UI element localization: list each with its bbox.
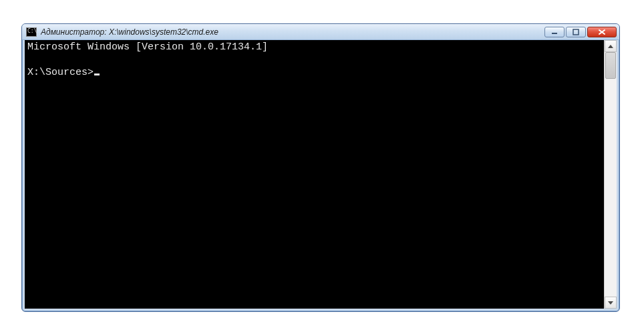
vertical-scrollbar[interactable] [604, 40, 617, 309]
svg-rect-1 [573, 29, 579, 35]
close-icon [598, 29, 606, 35]
cmd-window: Администратор: X:\windows\system32\cmd.e… [21, 23, 620, 312]
scroll-up-button[interactable] [605, 40, 617, 52]
maximize-icon [573, 29, 579, 35]
prompt: X:\Sources> [27, 67, 94, 78]
chevron-up-icon [608, 45, 613, 48]
window-title: Администратор: X:\windows\system32\cmd.e… [41, 27, 540, 37]
minimize-icon [551, 29, 558, 35]
minimize-button[interactable] [544, 27, 565, 37]
titlebar[interactable]: Администратор: X:\windows\system32\cmd.e… [22, 24, 619, 40]
console-area[interactable]: Microsoft Windows [Version 10.0.17134.1]… [25, 40, 617, 309]
close-button[interactable] [587, 27, 617, 37]
scroll-track[interactable] [605, 52, 617, 297]
text-cursor [94, 73, 100, 75]
scroll-thumb[interactable] [605, 52, 616, 79]
scroll-down-button[interactable] [605, 297, 617, 309]
window-controls [544, 27, 617, 37]
chevron-down-icon [608, 301, 613, 305]
console-output[interactable]: Microsoft Windows [Version 10.0.17134.1]… [25, 40, 604, 309]
maximize-button[interactable] [566, 27, 586, 37]
version-line: Microsoft Windows [Version 10.0.17134.1] [27, 41, 268, 53]
cmd-icon [26, 27, 37, 37]
